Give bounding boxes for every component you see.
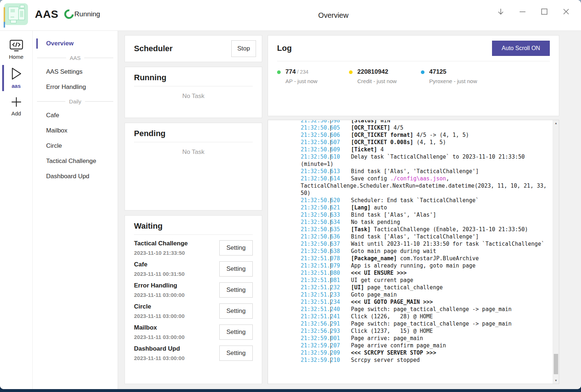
nav-divider-label: Daily	[69, 98, 81, 105]
setting-button-mailbox[interactable]: Setting	[219, 324, 253, 340]
task-next-run: 2023-11-11 03:00:00	[134, 313, 184, 319]
log-card: Log Auto Scroll ON 774 / 234AP - just no…	[268, 35, 559, 116]
log-time: 21:32:59.001	[301, 335, 340, 342]
nav-item-tactical-challenge[interactable]: Tactical Challenge	[33, 154, 118, 169]
log-message-segment: App is already running, goto main page	[351, 262, 475, 269]
nav-item-aas-settings[interactable]: AAS Settings	[33, 64, 118, 79]
log-level: INFO	[271, 197, 301, 204]
update-button[interactable]	[495, 6, 506, 17]
play-icon	[10, 66, 23, 81]
nav-item-circle[interactable]: Circle	[33, 138, 118, 154]
log-entry: INFO21:32:51.081|UI get current page	[271, 277, 551, 284]
stat-label: AP - just now	[285, 78, 317, 84]
title-bar: AAS Running Overview	[0, 0, 581, 31]
log-message-segment: [Task]	[351, 226, 370, 233]
log-level: INFO	[271, 262, 301, 269]
log-separator: |	[340, 320, 351, 327]
task-next-run: 2023-11-11 00:31:50	[134, 271, 184, 277]
rail-item-aas[interactable]: aas	[0, 64, 32, 93]
log-message-segment: [UI]	[351, 284, 364, 291]
log-separator: |	[340, 139, 351, 146]
stat-credit: 220810942Credit - just now	[349, 68, 421, 84]
log-level: INFO	[271, 356, 301, 364]
nav-item-mailbox[interactable]: Mailbox	[33, 123, 118, 138]
log-message-segment: [OCR_TICKET format]	[351, 132, 413, 138]
log-level: INFO	[271, 284, 301, 291]
log-entry: INFO21:32:59.210|Scrcpy server stopped	[271, 356, 551, 364]
log-level: INFO	[271, 298, 301, 306]
log-time: 21:32:50.637	[301, 241, 340, 247]
log-message-segment: Bind task ['Alas', 'TacticalChallenge']	[351, 233, 479, 240]
setting-button-circle[interactable]: Setting	[219, 303, 253, 319]
log-entry: INFO21:32:50.606|[OCR_TICKET format] 4/5…	[271, 131, 551, 139]
log-time: 21:32:50.613	[301, 168, 340, 175]
nav-item-label: Dashboard Upd	[46, 173, 89, 180]
log-level: INFO	[271, 342, 301, 349]
log-level: INFO	[271, 320, 301, 327]
task-info: Error Handling2023-11-11 03:00:00	[134, 282, 184, 298]
log-message-segment: auto	[371, 204, 387, 211]
setting-button-dashboard-upd[interactable]: Setting	[219, 346, 253, 361]
log-level: INFO	[271, 139, 301, 146]
minimize-icon	[518, 7, 527, 16]
card-divider	[134, 234, 253, 235]
stat-label: Credit - just now	[357, 78, 397, 84]
task-next-run: 2023-11-11 03:00:00	[134, 292, 184, 298]
nav-item-error-handling[interactable]: Error Handling	[33, 79, 118, 95]
log-message-segment: <<< SCRCPY SERVER STOP >>>	[351, 350, 436, 356]
log-separator: |	[340, 327, 351, 335]
log-level: INFO	[271, 211, 301, 219]
log-separator: |	[340, 168, 351, 175]
nav-item-overview[interactable]: Overview	[33, 36, 118, 51]
log-message-segment: Click (1226, 28) @ HOME	[351, 313, 433, 320]
app-logo-icon	[4, 3, 28, 25]
stop-button[interactable]: Stop	[231, 40, 256, 57]
log-scrollbar[interactable]: ▲ ▼	[553, 120, 559, 384]
nav-divider-label: AAS	[70, 55, 81, 61]
setting-button-error-handling[interactable]: Setting	[219, 282, 253, 298]
log-separator: |	[340, 298, 351, 306]
log-message-segment: Scrcpy server stopped	[351, 357, 420, 363]
log-message-segment: Page arrive confirm page_main	[351, 342, 446, 349]
log-column: Log Auto Scroll ON 774 / 234AP - just no…	[268, 35, 559, 384]
log-entry: INFO21:32:51.078|[Package_name] com.Yost…	[271, 255, 551, 262]
log-message-segment: TacticalChallenge (Enable, 2023-11-10 21…	[371, 226, 528, 233]
divider-line	[37, 101, 65, 102]
task-next-run: 2023-11-11 03:00:00	[134, 334, 184, 340]
task-name: Dashboard Upd	[134, 345, 184, 352]
scroll-down-button[interactable]: ▼	[553, 377, 559, 384]
log-entry: INFO21:32:50.633|Bind task ['Alas', 'Ala…	[271, 211, 551, 219]
nav-item-label: Error Handling	[46, 83, 86, 91]
scroll-up-button[interactable]: ▲	[553, 120, 559, 126]
log-time: 21:32:51.081	[301, 277, 340, 283]
log-entry: INFO21:32:59.209|<<< SCRCPY SERVER STOP …	[271, 349, 551, 356]
rail-item-add[interactable]: Add	[0, 93, 32, 120]
nav-item-cafe[interactable]: Cafe	[33, 108, 118, 123]
nav-item-label: Cafe	[46, 112, 59, 119]
waiting-task-row: Mailbox2023-11-11 03:00:00Setting	[134, 324, 253, 340]
log-message-segment: [Status]	[351, 120, 377, 124]
log-level: INFO	[271, 327, 301, 335]
setting-button-tactical-challenge[interactable]: Setting	[219, 240, 253, 256]
log-level: INFO	[271, 255, 301, 262]
auto-scroll-button[interactable]: Auto Scroll ON	[492, 41, 550, 56]
log-message-segment: Page arrive: page_main	[351, 335, 423, 342]
maximize-button[interactable]	[539, 6, 550, 17]
log-level: INFO	[271, 120, 301, 124]
waiting-task-row: Dashboard Upd2023-11-11 03:00:00Setting	[134, 345, 253, 361]
log-time: 21:32:50.635	[301, 226, 340, 233]
tasks-column: Scheduler Stop Running No Task Pending N…	[125, 35, 262, 384]
scheduler-card: Scheduler Stop	[125, 35, 262, 62]
log-time: 21:32:56.293	[301, 328, 340, 334]
minimize-button[interactable]	[517, 6, 528, 17]
task-name: Tactical Challenge	[134, 240, 188, 247]
setting-button-cafe[interactable]: Setting	[219, 261, 253, 277]
nav-item-dashboard-upd[interactable]: Dashboard Upd	[33, 169, 118, 184]
log-message-segment: UI get current page	[351, 277, 413, 283]
rail-item-home[interactable]: Home	[0, 37, 32, 64]
log-separator: |	[340, 269, 351, 277]
close-button[interactable]	[561, 6, 572, 17]
scroll-thumb[interactable]	[554, 354, 558, 374]
log-view[interactable]: INFO21:32:50.598|[Status] WININFO21:32:5…	[268, 120, 559, 384]
task-info: Circle2023-11-11 03:00:00	[134, 303, 184, 319]
